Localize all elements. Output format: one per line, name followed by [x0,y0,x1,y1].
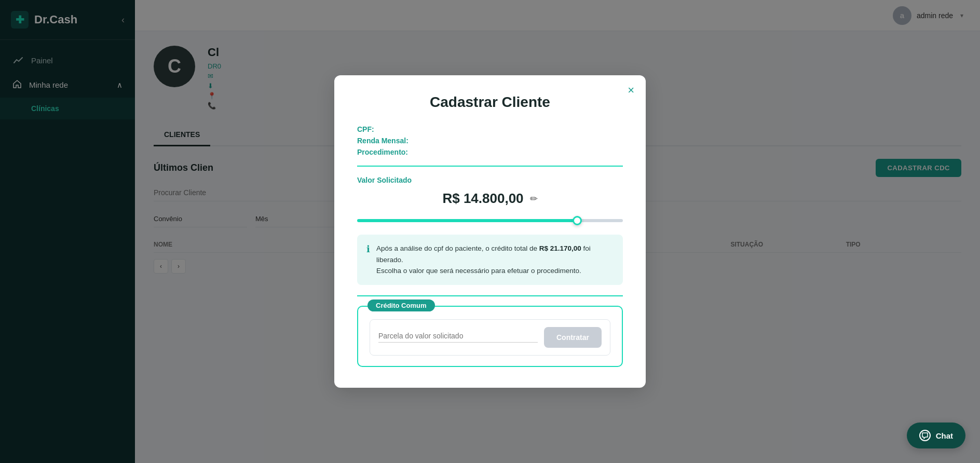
parcela-input[interactable] [378,332,538,343]
renda-row: Renda Mensal: [357,137,623,145]
modal-close-button[interactable]: × [628,85,634,96]
credito-section: Crédito Comum Contratar [357,306,623,367]
modal-title: Cadastrar Cliente [357,94,623,111]
modal-divider-2 [357,295,623,296]
modal-divider [357,166,623,167]
cpf-row: CPF: [357,125,623,133]
renda-label: Renda Mensal: [357,137,409,145]
info-icon: ℹ [366,243,370,255]
procedimento-label: Procedimento: [357,148,408,156]
chat-button[interactable]: Chat [907,423,965,448]
credito-badge: Crédito Comum [367,299,435,311]
procedimento-row: Procedimento: [357,148,623,156]
contratar-button[interactable]: Contratar [544,327,602,348]
valor-amount: R$ 14.800,00 [442,190,523,207]
modal-overlay: × Cadastrar Cliente CPF: Renda Mensal: P… [0,0,980,463]
slider-container [357,215,623,224]
valor-slider[interactable] [357,219,623,222]
info-box-text: Após a análise do cpf do paciente, o cré… [376,243,614,277]
cpf-label: CPF: [357,125,374,133]
chat-bubble-icon [919,430,931,441]
cadastrar-cliente-modal: × Cadastrar Cliente CPF: Renda Mensal: P… [334,75,646,388]
edit-icon[interactable]: ✏ [530,193,538,205]
valor-amount-row: R$ 14.800,00 ✏ [357,190,623,207]
info-box: ℹ Após a análise do cpf do paciente, o c… [357,235,623,285]
credito-input-row: Contratar [370,319,610,356]
chat-label: Chat [936,431,953,440]
valor-label: Valor Solicitado [357,176,623,184]
